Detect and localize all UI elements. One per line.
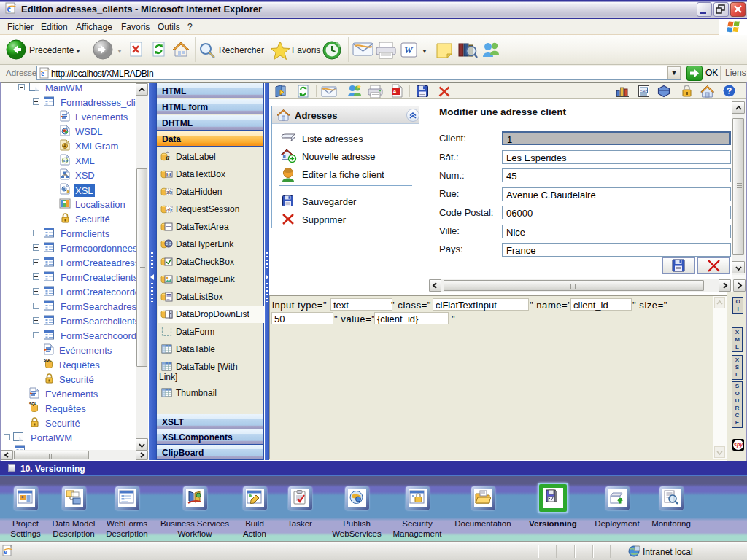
svg-text:a: a: [166, 152, 170, 161]
svg-text:e: e: [41, 69, 44, 77]
svg-text:SQL: SQL: [29, 402, 36, 406]
svg-text:e: e: [4, 547, 7, 556]
svg-text:<o>: <o>: [640, 88, 647, 93]
svg-text:bl: bl: [166, 172, 171, 177]
svg-text:ab: ab: [166, 190, 172, 195]
svg-text:?: ?: [727, 86, 732, 96]
svg-text:W: W: [404, 44, 414, 55]
svg-text:e: e: [7, 4, 12, 14]
svg-text:«»: «»: [63, 158, 69, 163]
svg-text:A: A: [393, 89, 397, 94]
svg-text:SQL: SQL: [44, 358, 51, 362]
svg-text:ab: ab: [166, 207, 172, 212]
